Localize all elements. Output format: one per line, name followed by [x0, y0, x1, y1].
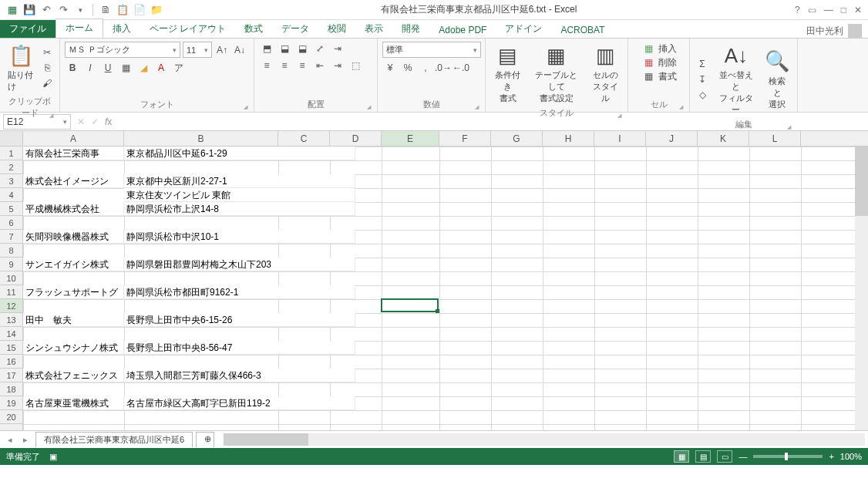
cells-area[interactable]: 有限会社三栄商事東京都品川区中延6-1-29株式会社イメージン東京都中央区新川2… — [23, 147, 868, 430]
zoom-in-icon[interactable]: + — [829, 452, 833, 461]
qat-dropdown-icon[interactable]: ▾ — [72, 2, 88, 18]
grow-font-icon[interactable]: A↑ — [214, 43, 230, 57]
wrap-text-icon[interactable]: ⇥ — [330, 42, 345, 56]
tab-data[interactable]: データ — [272, 20, 318, 38]
save-icon[interactable]: 💾 — [22, 2, 37, 18]
align-top-icon[interactable]: ⬒ — [259, 42, 274, 56]
currency-icon[interactable]: ¥ — [382, 61, 398, 75]
col-header-G[interactable]: G — [491, 131, 543, 146]
indent-dec-icon[interactable]: ⇤ — [312, 59, 328, 72]
tab-insert[interactable]: 挿入 — [103, 20, 140, 38]
fill-icon[interactable]: ↧ — [695, 72, 710, 86]
number-format-combo[interactable]: 標準▾ — [382, 42, 481, 58]
select-all-corner[interactable] — [0, 131, 23, 146]
cell-A3[interactable]: 株式会社イメージン — [23, 174, 124, 188]
row-header-20[interactable]: 20 — [0, 410, 22, 424]
sheet-nav-last-icon[interactable]: ▸ — [19, 433, 32, 446]
sheet-nav-first-icon[interactable]: ◂ — [3, 433, 17, 446]
cell-B17[interactable]: 埼玉県入間郡三芳町藤久保466-3 — [124, 369, 355, 382]
cell-style-button[interactable]: ▥セルの スタイル — [588, 42, 623, 106]
orientation-icon[interactable]: ⤢ — [312, 42, 328, 56]
align-bottom-icon[interactable]: ⬓ — [294, 42, 310, 56]
zoom-slider[interactable] — [753, 455, 823, 458]
cell-B7[interactable]: 静岡県浜松市中沢10-1 — [124, 230, 355, 244]
col-header-I[interactable]: I — [594, 131, 646, 146]
italic-button[interactable]: I — [82, 61, 98, 75]
vertical-scrollbar[interactable] — [855, 147, 868, 430]
merge-button[interactable]: ⬚ — [348, 59, 363, 72]
cell-B4[interactable]: 東京住友ツインビル 東館 — [124, 188, 355, 202]
cell-A1[interactable]: 有限会社三栄商事 — [23, 147, 124, 160]
row-header-13[interactable]: 13 — [0, 313, 22, 327]
underline-button[interactable]: U — [100, 61, 116, 75]
align-middle-icon[interactable]: ⬓ — [277, 42, 292, 56]
comma-icon[interactable]: , — [418, 61, 433, 75]
tab-formula[interactable]: 数式 — [235, 20, 272, 38]
cell-A11[interactable]: フラッシュサポートグ — [23, 285, 124, 299]
cell-B3[interactable]: 東京都中央区新川2-27-1 — [124, 174, 355, 188]
cell-A7[interactable]: 矢間羽映像機器株式 — [23, 230, 124, 244]
align-left-icon[interactable]: ≡ — [259, 59, 274, 72]
tab-acrobat[interactable]: ACROBAT — [551, 22, 614, 38]
copy-icon[interactable]: 📋 — [115, 2, 130, 18]
tab-file[interactable]: ファイル — [0, 20, 56, 38]
cell-B1[interactable]: 東京都品川区中延6-1-29 — [124, 147, 355, 160]
maximize-icon[interactable]: □ — [841, 5, 846, 15]
cell-A15[interactable]: シンシュウシナノ株式 — [23, 341, 124, 355]
col-header-K[interactable]: K — [698, 131, 749, 146]
percent-icon[interactable]: % — [400, 61, 415, 75]
row-header-19[interactable]: 19 — [0, 396, 22, 410]
col-header-E[interactable]: E — [382, 131, 439, 146]
find-select-button[interactable]: 🔍検索と 選択 — [762, 48, 792, 112]
cell-A9[interactable]: サンエイガイシ株式 — [23, 258, 124, 271]
close-icon[interactable]: ✕ — [854, 5, 862, 15]
clear-icon[interactable]: ◇ — [695, 88, 710, 102]
align-center-icon[interactable]: ≡ — [277, 59, 292, 72]
row-header-12[interactable]: 12 — [0, 299, 22, 313]
row-header-2[interactable]: 2 — [0, 160, 22, 174]
cell-B19[interactable]: 名古屋市緑区大高町字巳新田119-2 — [124, 396, 355, 410]
help-icon[interactable]: ? — [795, 5, 800, 15]
col-header-H[interactable]: H — [543, 131, 594, 146]
tab-view[interactable]: 表示 — [355, 20, 392, 38]
col-header-L[interactable]: L — [749, 131, 801, 146]
cancel-formula-icon[interactable]: ✕ — [77, 116, 85, 127]
autosum-icon[interactable]: Σ — [695, 57, 710, 71]
format-cells-button[interactable]: ▦書式 — [641, 69, 677, 83]
insert-cells-button[interactable]: ▦挿入 — [641, 42, 677, 56]
tab-adobe[interactable]: Adobe PDF — [429, 22, 496, 38]
row-header-6[interactable]: 6 — [0, 216, 22, 230]
fill-color-button[interactable]: ◢ — [136, 61, 151, 75]
row-header-5[interactable]: 5 — [0, 202, 22, 216]
view-layout-icon[interactable]: ▤ — [695, 450, 711, 463]
redo-icon[interactable]: ↷ — [56, 2, 71, 18]
zoom-out-icon[interactable]: — — [738, 452, 747, 461]
cell-A17[interactable]: 株式会社フェニックス — [23, 369, 124, 382]
row-header-17[interactable]: 17 — [0, 369, 22, 382]
undo-icon[interactable]: ↶ — [39, 2, 54, 18]
font-color-button[interactable]: A — [153, 61, 169, 75]
tab-layout[interactable]: ページ レイアウト — [140, 20, 235, 38]
add-sheet-button[interactable]: ⊕ — [196, 432, 214, 447]
conditional-format-button[interactable]: ▤条件付き 書式 — [490, 42, 525, 106]
col-header-F[interactable]: F — [439, 131, 491, 146]
enter-formula-icon[interactable]: ✓ — [91, 116, 99, 127]
inc-decimal-icon[interactable]: .0→ — [436, 61, 451, 75]
font-name-combo[interactable]: ＭＳ Ｐゴシック▾ — [65, 42, 180, 58]
row-header-1[interactable]: 1 — [0, 147, 22, 160]
col-header-B[interactable]: B — [124, 131, 278, 146]
view-break-icon[interactable]: ▭ — [717, 450, 732, 463]
cell-B11[interactable]: 静岡県浜松市都田町9162-1 — [124, 285, 355, 299]
cell-B13[interactable]: 長野県上田市中央6-15-26 — [124, 313, 355, 327]
ribbon-options-icon[interactable]: ▭ — [808, 5, 816, 15]
user-area[interactable]: 田中光利 — [806, 24, 868, 38]
row-header-10[interactable]: 10 — [0, 271, 22, 285]
cell-B9[interactable]: 静岡県磐田郡豊岡村梅之木山下203 — [124, 258, 355, 271]
sort-filter-button[interactable]: A↓並べ替えと フィルター — [713, 42, 759, 117]
tab-dev[interactable]: 開発 — [392, 20, 429, 38]
col-header-D[interactable]: D — [330, 131, 382, 146]
font-size-combo[interactable]: 11▾ — [183, 42, 212, 58]
paste-button[interactable]: 📋 貼り付け — [5, 42, 36, 94]
cell-A5[interactable]: 平成機械株式会社 — [23, 202, 124, 216]
row-header-18[interactable]: 18 — [0, 382, 22, 396]
